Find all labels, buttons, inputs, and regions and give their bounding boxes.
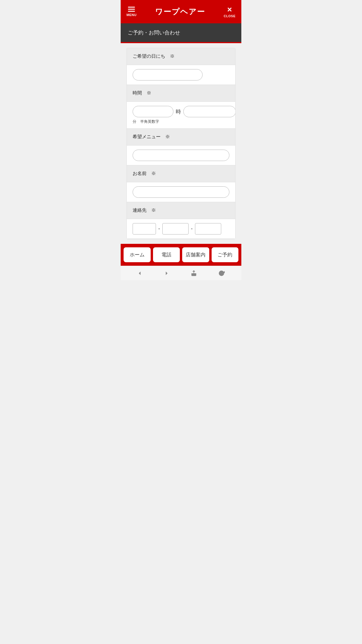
page-title-bar: ご予約・お問い合わせ [121, 23, 241, 43]
date-input[interactable] [133, 69, 203, 80]
browser-nav-bar [121, 266, 241, 280]
phone-button[interactable]: 電話 [153, 247, 180, 262]
svg-marker-0 [139, 272, 140, 275]
browser-share-button[interactable] [191, 270, 197, 276]
time-hour-input[interactable] [133, 106, 173, 117]
bottom-nav: ホーム 電話 店舗案内 ご予約 [121, 244, 241, 266]
time-row: 時 [133, 106, 229, 117]
phone-row: - - [133, 223, 229, 235]
time-separator: 時 [176, 108, 181, 115]
page-title: ご予約・お問い合わせ [128, 30, 180, 36]
close-icon: × [227, 6, 232, 14]
date-label: ご希望の日にち ※ [127, 48, 235, 65]
close-button[interactable]: × CLOSE [224, 6, 236, 18]
browser-back-button[interactable] [137, 271, 143, 276]
reservation-button[interactable]: ご予約 [212, 247, 239, 262]
name-input-section [127, 182, 235, 202]
menu-button[interactable]: MENU [126, 7, 136, 17]
menu-label: 希望メニュー ※ [127, 129, 235, 146]
home-button[interactable]: ホーム [124, 247, 151, 262]
menu-input[interactable] [133, 150, 229, 161]
date-input-section [127, 65, 235, 85]
contact-input-section: - - [127, 219, 235, 239]
name-input[interactable] [133, 186, 229, 198]
menu-input-section [127, 146, 235, 165]
close-label: CLOSE [224, 14, 236, 18]
contact-label: 連絡先 ※ [127, 202, 235, 219]
share-icon [191, 270, 197, 276]
back-icon [137, 271, 143, 276]
form-card: ご希望の日にち ※ 時間 ※ 時 分 半角英数字 希望メニュー ※ お名前 ※ … [126, 48, 236, 239]
app-title: ワープヘアー [155, 7, 205, 17]
main-content: ご希望の日にち ※ 時間 ※ 時 分 半角英数字 希望メニュー ※ お名前 ※ … [121, 43, 241, 244]
time-label: 時間 ※ [127, 85, 235, 102]
time-input-section: 時 分 半角英数字 [127, 102, 235, 129]
refresh-icon [218, 270, 225, 276]
time-min-input[interactable] [183, 106, 236, 117]
svg-marker-1 [166, 272, 168, 275]
hamburger-icon [128, 7, 135, 12]
phone-input-1[interactable] [133, 223, 156, 235]
browser-refresh-button[interactable] [218, 270, 225, 276]
browser-forward-button[interactable] [164, 271, 169, 276]
menu-label: MENU [126, 13, 136, 17]
store-button[interactable]: 店舗案内 [182, 247, 209, 262]
phone-input-3[interactable] [195, 223, 221, 235]
time-hint: 分 半角英数字 [133, 119, 229, 124]
phone-dash-1: - [158, 226, 160, 232]
app-header: MENU ワープヘアー × CLOSE [121, 0, 241, 23]
forward-icon [164, 271, 169, 276]
name-label: お名前 ※ [127, 165, 235, 182]
phone-dash-2: - [191, 226, 193, 232]
phone-input-2[interactable] [162, 223, 189, 235]
